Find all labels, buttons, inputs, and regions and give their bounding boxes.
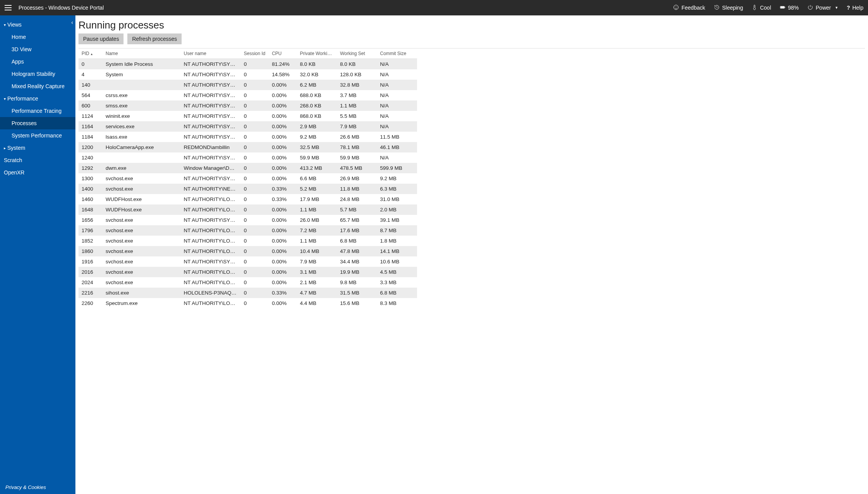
cell-pid: 1292 bbox=[78, 163, 102, 173]
table-row[interactable]: 564csrss.exeNT AUTHORITY\SYSTEM00.00%688… bbox=[78, 90, 417, 100]
table-row[interactable]: 1164services.exeNT AUTHORITY\SYSTEM00.00… bbox=[78, 121, 417, 132]
col-header-name[interactable]: Name bbox=[102, 49, 180, 59]
col-header-session-id[interactable]: Session Id bbox=[241, 49, 269, 59]
nav-group-views[interactable]: ▾Views bbox=[0, 18, 75, 31]
cell-sess: 0 bbox=[241, 59, 269, 70]
table-row[interactable]: 1916svchost.exeNT AUTHORITY\SYSTEM00.00%… bbox=[78, 256, 417, 267]
sidebar-item-openxr[interactable]: OpenXR bbox=[0, 166, 75, 179]
nav-group-system[interactable]: ▸System bbox=[0, 142, 75, 154]
cell-pid: 600 bbox=[78, 100, 102, 111]
cell-user: NT AUTHORITY\SYSTEM bbox=[181, 111, 241, 121]
cell-pws: 688.0 KB bbox=[297, 90, 337, 100]
cell-cpu: 0.00% bbox=[269, 225, 297, 236]
table-row[interactable]: 1648WUDFHost.exeNT AUTHORITY\LOCAL …00.0… bbox=[78, 204, 417, 215]
cell-ws: 26.9 MB bbox=[337, 173, 377, 184]
cell-pid: 1200 bbox=[78, 142, 102, 152]
cell-pws: 4.7 MB bbox=[297, 288, 337, 298]
cell-sess: 0 bbox=[241, 69, 269, 80]
table-row[interactable]: 2260Spectrum.exeNT AUTHORITY\LOCAL …00.0… bbox=[78, 298, 417, 308]
pause-updates-button[interactable]: Pause updates bbox=[78, 33, 124, 44]
sidebar-item-system-performance[interactable]: System Performance bbox=[0, 129, 75, 142]
cell-pid: 2260 bbox=[78, 298, 102, 308]
table-row[interactable]: 2016svchost.exeNT AUTHORITY\LOCAL …00.00… bbox=[78, 267, 417, 277]
sidebar-item-hologram-stability[interactable]: Hologram Stability bbox=[0, 68, 75, 80]
sidebar-item-scratch[interactable]: Scratch bbox=[0, 154, 75, 166]
cell-cs: 46.1 MB bbox=[377, 142, 417, 152]
table-row[interactable]: 0System Idle ProcessNT AUTHORITY\SYSTEM0… bbox=[78, 59, 417, 70]
cell-pid: 2016 bbox=[78, 267, 102, 277]
cell-cpu: 0.00% bbox=[269, 111, 297, 121]
table-row[interactable]: 1292dwm.exeWindow Manager\DWM…00.00%413.… bbox=[78, 163, 417, 173]
help-button[interactable]: ? Help bbox=[847, 5, 863, 11]
table-row[interactable]: 1852svchost.exeNT AUTHORITY\LOCAL …00.00… bbox=[78, 236, 417, 246]
nav-group-label: Performance bbox=[7, 95, 38, 102]
cell-pid: 1184 bbox=[78, 132, 102, 142]
cell-user: HOLOLENS-P3NAQ6\De… bbox=[181, 288, 241, 298]
privacy-link[interactable]: Privacy & Cookies bbox=[0, 481, 75, 494]
table-row[interactable]: 140NT AUTHORITY\SYSTEM00.00%6.2 MB32.8 M… bbox=[78, 80, 417, 90]
cell-ws: 128.0 KB bbox=[337, 69, 377, 80]
sidebar-item-home[interactable]: Home bbox=[0, 31, 75, 43]
col-header-cpu[interactable]: CPU bbox=[269, 49, 297, 59]
cell-sess: 0 bbox=[241, 204, 269, 215]
cell-name: svchost.exe bbox=[102, 246, 180, 256]
sidebar-item-apps[interactable]: Apps bbox=[0, 55, 75, 68]
cell-ws: 47.8 MB bbox=[337, 246, 377, 256]
cell-cpu: 0.33% bbox=[269, 184, 297, 194]
cell-cs: 1.8 MB bbox=[377, 236, 417, 246]
table-row[interactable]: 1796svchost.exeNT AUTHORITY\LOCAL …00.00… bbox=[78, 225, 417, 236]
cell-name: HoloCameraApp.exe bbox=[102, 142, 180, 152]
col-header-user-name[interactable]: User name bbox=[181, 49, 241, 59]
table-row[interactable]: 1860svchost.exeNT AUTHORITY\LOCAL …00.00… bbox=[78, 246, 417, 256]
table-row[interactable]: 1460WUDFHost.exeNT AUTHORITY\LOCAL …00.3… bbox=[78, 194, 417, 204]
cell-user: NT AUTHORITY\LOCAL … bbox=[181, 246, 241, 256]
col-header-working-set[interactable]: Working Set bbox=[337, 49, 377, 59]
table-row[interactable]: 2216sihost.exeHOLOLENS-P3NAQ6\De…00.33%4… bbox=[78, 288, 417, 298]
thermal-state[interactable]: Cool bbox=[751, 4, 771, 12]
cell-user: REDMOND\ambillin bbox=[181, 142, 241, 152]
sort-asc-icon: ▴ bbox=[91, 52, 93, 56]
battery-status[interactable]: 98% bbox=[780, 4, 799, 12]
refresh-processes-button[interactable]: Refresh processes bbox=[127, 33, 182, 44]
cell-sess: 0 bbox=[241, 152, 269, 163]
table-row[interactable]: 1300svchost.exeNT AUTHORITY\SYSTEM00.00%… bbox=[78, 173, 417, 184]
cell-cs: 9.2 MB bbox=[377, 173, 417, 184]
col-header-pid[interactable]: PID▴ bbox=[78, 49, 102, 59]
cell-cs: N/A bbox=[377, 111, 417, 121]
sidebar-collapse-button[interactable]: ‹ bbox=[71, 19, 73, 25]
col-header-commit-size[interactable]: Commit Size bbox=[377, 49, 417, 59]
cell-pws: 32.5 MB bbox=[297, 142, 337, 152]
menu-icon[interactable] bbox=[5, 5, 12, 10]
nav-group-performance[interactable]: ▾Performance bbox=[0, 92, 75, 105]
table-row[interactable]: 2024svchost.exeNT AUTHORITY\LOCAL …00.00… bbox=[78, 277, 417, 288]
sidebar-item-processes[interactable]: Processes bbox=[0, 117, 75, 129]
main-content: Running processes Pause updates Refresh … bbox=[75, 15, 868, 494]
feedback-button[interactable]: Feedback bbox=[673, 4, 705, 12]
table-row[interactable]: 1200HoloCameraApp.exeREDMOND\ambillin00.… bbox=[78, 142, 417, 152]
sidebar-item-performance-tracing[interactable]: Performance Tracing bbox=[0, 105, 75, 117]
cell-pid: 4 bbox=[78, 69, 102, 80]
cell-ws: 31.5 MB bbox=[337, 288, 377, 298]
table-row[interactable]: 4SystemNT AUTHORITY\SYSTEM014.58%32.0 KB… bbox=[78, 69, 417, 80]
sidebar-item-mixed-reality-capture[interactable]: Mixed Reality Capture bbox=[0, 80, 75, 92]
table-row[interactable]: 600smss.exeNT AUTHORITY\SYSTEM00.00%268.… bbox=[78, 100, 417, 111]
power-menu[interactable]: Power ▼ bbox=[807, 4, 838, 12]
cell-cpu: 0.00% bbox=[269, 267, 297, 277]
col-header-private-working-set[interactable]: Private Working Set bbox=[297, 49, 337, 59]
cell-pws: 2.1 MB bbox=[297, 277, 337, 288]
table-row[interactable]: 1400svchost.exeNT AUTHORITY\NETWO…00.33%… bbox=[78, 184, 417, 194]
thermometer-icon bbox=[751, 4, 758, 12]
cell-name: sihost.exe bbox=[102, 288, 180, 298]
table-row[interactable]: 1184lsass.exeNT AUTHORITY\SYSTEM00.00%9.… bbox=[78, 132, 417, 142]
table-row[interactable]: 1656svchost.exeNT AUTHORITY\SYSTEM00.00%… bbox=[78, 215, 417, 225]
cell-user: NT AUTHORITY\SYSTEM bbox=[181, 100, 241, 111]
process-table-scroll[interactable]: PID▴NameUser nameSession IdCPUPrivate Wo… bbox=[78, 48, 865, 494]
cell-user: NT AUTHORITY\SYSTEM bbox=[181, 59, 241, 70]
table-row[interactable]: 1124wininit.exeNT AUTHORITY\SYSTEM00.00%… bbox=[78, 111, 417, 121]
cell-cs: N/A bbox=[377, 121, 417, 132]
cell-pid: 0 bbox=[78, 59, 102, 70]
table-row[interactable]: 1240NT AUTHORITY\SYSTEM00.00%59.9 MB59.9… bbox=[78, 152, 417, 163]
sleep-state[interactable]: Sleeping bbox=[714, 4, 743, 12]
cell-ws: 6.8 MB bbox=[337, 236, 377, 246]
sidebar-item-3d-view[interactable]: 3D View bbox=[0, 43, 75, 55]
